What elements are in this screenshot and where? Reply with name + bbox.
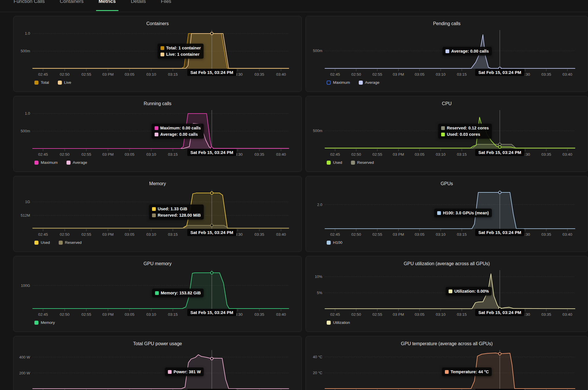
legend-swatch	[327, 321, 331, 325]
x-axis-label: 02:55	[82, 312, 91, 317]
legend-item-h100[interactable]: H100	[327, 240, 342, 245]
x-axis-label: 03:10	[436, 152, 445, 157]
legend-item-average[interactable]: Average	[66, 160, 87, 165]
legend-swatch	[58, 81, 62, 85]
crosshair-marker	[210, 272, 213, 274]
x-axis-label: 03 PM	[102, 72, 114, 77]
legend-swatch	[327, 241, 331, 245]
x-axis-label: 02:45	[330, 312, 340, 317]
legend-item-average[interactable]: Average	[359, 80, 380, 85]
y-axis-label: 400 W	[19, 355, 30, 359]
legend-label: Live	[64, 80, 71, 85]
x-axis-label: 02:45	[38, 232, 48, 237]
legend-item-total[interactable]: Total	[34, 80, 49, 85]
chart-card-gpu-memory: GPU memory100G02:4502:5002:5503 PM03:050…	[13, 256, 302, 332]
y-axis-label: 1.0	[25, 111, 30, 116]
chart-tooltip-memory: Used: 1.33 GiBReserved: 128.00 MiB	[149, 205, 204, 220]
legend-item-maximum[interactable]: Maximum	[327, 80, 350, 85]
x-axis-label: 03:10	[436, 232, 445, 237]
x-axis-label: 03:05	[415, 312, 424, 317]
x-axis-label: 03:15	[457, 232, 467, 237]
chart-card-gpu-power: Total GPU power usage400 W200 W02:4502:5…	[13, 336, 302, 390]
y-axis-label: 2.0	[317, 203, 322, 207]
chart-card-gpu-temperature: GPU temperature (average across all GPUs…	[306, 336, 588, 390]
tab-files[interactable]: Files	[161, 0, 171, 12]
legend-swatch	[327, 161, 331, 165]
legend-item-memory[interactable]: Memory	[34, 320, 55, 325]
legend-item-live[interactable]: Live	[58, 80, 71, 85]
legend-swatch	[59, 241, 63, 245]
x-axis-label: 03:05	[415, 72, 424, 77]
legend-item-reserved[interactable]: Reserved	[59, 240, 82, 245]
x-axis-label: 02:45	[38, 72, 48, 77]
y-axis-label: 500m	[313, 129, 322, 133]
x-axis-label: 02:55	[372, 232, 382, 237]
y-axis-label: 512M	[21, 213, 30, 218]
tooltip-value: Reserved: 128.00 MiB	[158, 213, 201, 218]
tooltip-value: Power: 381 W	[173, 369, 201, 374]
tab-details[interactable]: Details	[131, 0, 146, 12]
x-axis-label: 03:40	[563, 72, 572, 77]
x-axis-label: 03:15	[168, 312, 178, 317]
legend-item-reserved[interactable]: Reserved	[351, 160, 374, 165]
x-axis-label: 03:15	[457, 72, 467, 77]
chart-legend-memory: UsedReserved	[34, 240, 82, 245]
x-axis-label: 03:10	[146, 312, 156, 317]
legend-item-used[interactable]: Used	[327, 160, 342, 165]
tooltip-series-swatch	[445, 49, 449, 53]
x-axis-label: 03:35	[541, 312, 551, 317]
tab-label: Files	[161, 0, 171, 5]
x-axis-label: 03:10	[146, 72, 156, 77]
x-axis-label: 02:50	[60, 72, 70, 77]
tooltip-date: Sat Feb 15, 03:24 PM	[187, 149, 236, 156]
legend-label: Memory	[41, 320, 55, 325]
chart-card-containers: Containers1.0500m02:4502:5002:5503 PM03:…	[13, 16, 302, 92]
x-axis-label: 03:10	[146, 232, 156, 237]
tooltip-date: Sat Feb 15, 03:24 PM	[475, 229, 524, 236]
x-axis-label: 03:15	[168, 152, 178, 157]
chart-tooltip-gpu-temperature: Temperature: 44 °C	[442, 367, 492, 376]
y-axis-label: 500m	[21, 129, 30, 133]
x-axis-label: 03:40	[276, 312, 286, 317]
x-axis-label: 03:05	[125, 152, 134, 157]
tooltip-value: Memory: 153.82 GiB	[161, 291, 201, 295]
y-axis-label: 100G	[21, 283, 30, 288]
y-axis-label: 5%	[317, 291, 322, 295]
tooltip-date: Sat Feb 15, 03:24 PM	[475, 69, 524, 76]
x-axis-label: 02:50	[351, 152, 361, 157]
crosshair-marker	[498, 191, 501, 194]
series-line-reserved	[33, 225, 289, 228]
y-axis-label: 1.0	[25, 31, 30, 36]
y-axis-label: 10%	[315, 274, 322, 279]
charts-grid: Containers1.0500m02:4502:5002:5503 PM03:…	[13, 16, 588, 390]
chart-tooltip-gpu-memory: Memory: 153.82 GiB	[152, 289, 204, 297]
tooltip-series-swatch	[445, 370, 449, 374]
tab-label: Metrics	[99, 0, 116, 5]
chart-plot-gpu-temperature[interactable]: 40 °C20 °C02:4502:5002:5503 PM03:0503:10…	[306, 336, 588, 390]
crosshair-marker	[210, 224, 213, 227]
tab-containers[interactable]: Containers	[60, 0, 84, 12]
chart-card-memory: Memory1G512M02:4502:5002:5503 PM03:0503:…	[13, 176, 302, 252]
tooltip-value: H100: 3.0 GPUs (mean)	[443, 211, 489, 215]
tab-function-calls[interactable]: Function Calls	[14, 0, 45, 12]
x-axis-label: 03:35	[541, 72, 551, 77]
x-axis-label: 03:15	[457, 152, 467, 157]
x-axis-label: 02:45	[330, 72, 340, 77]
x-axis-label: 02:50	[60, 152, 70, 157]
chart-legend-running-calls: MaximumAverage	[34, 160, 87, 165]
x-axis-label: 03:35	[541, 152, 551, 157]
chart-card-running-calls: Running calls1.0500m02:4502:5002:5503 PM…	[13, 96, 302, 172]
tab-metrics[interactable]: Metrics	[99, 0, 116, 12]
x-axis-label: 02:50	[60, 232, 70, 237]
legend-item-utilization[interactable]: Utilization	[327, 320, 350, 325]
tooltip-date: Sat Feb 15, 03:24 PM	[187, 309, 236, 316]
chart-plot-gpu-power[interactable]: 400 W200 W02:4502:5002:5503 PM03:0503:10…	[14, 336, 302, 390]
legend-swatch	[359, 81, 363, 85]
chart-legend-containers: TotalLive	[34, 80, 71, 85]
legend-item-used[interactable]: Used	[34, 240, 50, 245]
tab-label: Details	[131, 0, 146, 5]
legend-item-maximum[interactable]: Maximum	[34, 160, 58, 165]
x-axis-label: 03 PM	[102, 232, 114, 237]
x-axis-label: 03 PM	[393, 72, 404, 77]
tooltip-date: Sat Feb 15, 03:24 PM	[187, 389, 236, 390]
